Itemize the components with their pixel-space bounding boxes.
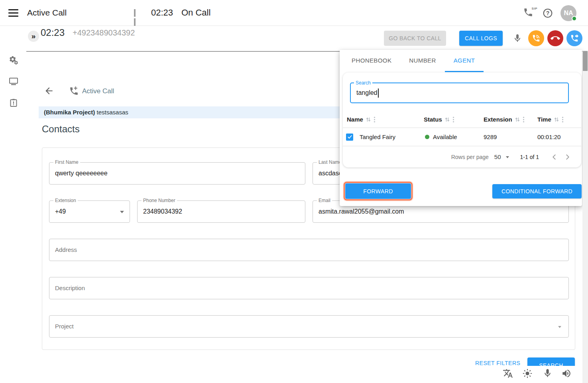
- pagination-range: 1-1 of 1: [520, 154, 539, 160]
- row-checkbox[interactable]: [346, 134, 353, 141]
- call-status-text: On Call: [181, 8, 210, 18]
- project-select[interactable]: [49, 316, 568, 337]
- reset-filters-button[interactable]: RESET FILTERS: [475, 360, 520, 366]
- agent-time-cell: 00:01:20: [537, 128, 560, 146]
- kebab-menu-icon[interactable]: [374, 116, 376, 123]
- expand-call-chip[interactable]: »: [28, 31, 39, 42]
- sort-icon[interactable]: [366, 117, 371, 122]
- settings-gears-icon: [9, 55, 19, 66]
- address-input[interactable]: [49, 239, 568, 261]
- call-timer: 02:23: [151, 8, 173, 18]
- speaker-icon[interactable]: [561, 368, 572, 379]
- kebab-menu-icon[interactable]: [562, 116, 564, 123]
- caller-phone-number: +4923489034392: [73, 28, 135, 37]
- agent-search-field-wrap: Search: [350, 82, 569, 103]
- pause-icon[interactable]: [134, 9, 140, 17]
- agent-table-header: Name Status Extension Time: [343, 114, 581, 128]
- column-header-name[interactable]: Name: [347, 116, 376, 123]
- page-title: Contacts: [42, 124, 80, 135]
- sidebar-item-report[interactable]: [9, 98, 18, 108]
- phone-in-talk-button[interactable]: [528, 30, 544, 46]
- extension-select[interactable]: [49, 201, 130, 222]
- back-button[interactable]: [44, 86, 55, 97]
- status-dot: [425, 135, 429, 139]
- toolbar-call-timer: 02:23: [41, 27, 65, 38]
- phone-number-input[interactable]: [138, 201, 305, 222]
- overlay-tabs: PHONEBOOK NUMBER AGENT: [343, 50, 484, 72]
- vertical-scrollbar[interactable]: [582, 51, 588, 383]
- forward-button[interactable]: FORWARD: [345, 183, 411, 199]
- conditional-forward-button[interactable]: CONDITIONAL FORWARD: [492, 184, 582, 198]
- first-name-label: First Name: [53, 159, 80, 165]
- app-window: Active Call 02:23 On Call SIP ? NA » 02:…: [0, 0, 588, 383]
- agent-name-cell: Tangled Fairy: [360, 128, 395, 146]
- next-page-button[interactable]: [563, 152, 572, 162]
- add-call-icon: [69, 86, 79, 96]
- column-header-extension[interactable]: Extension: [484, 116, 525, 123]
- online-status-dot: [572, 16, 577, 21]
- rows-per-page-caret-icon[interactable]: [506, 156, 509, 158]
- first-name-input[interactable]: [49, 163, 305, 184]
- brightness-icon[interactable]: [522, 368, 533, 379]
- sip-label: SIP: [532, 7, 537, 10]
- column-header-status[interactable]: Status: [424, 116, 454, 123]
- mic-footer-icon[interactable]: [543, 368, 553, 379]
- agent-search-card: Search Name Status Extension: [343, 73, 581, 167]
- row-checkbox-cell: [346, 128, 353, 146]
- sidebar-item-monitor[interactable]: [9, 77, 18, 86]
- project-field-wrap: [49, 315, 569, 338]
- sidebar-item-settings[interactable]: [9, 55, 18, 65]
- tab-number[interactable]: NUMBER: [400, 50, 444, 72]
- phone-number-label: Phone Number: [142, 198, 177, 203]
- description-input[interactable]: [49, 277, 568, 299]
- sort-icon[interactable]: [444, 117, 450, 122]
- extension-label: Extension: [53, 198, 78, 203]
- first-name-field-wrap: First Name: [49, 162, 305, 185]
- page-header-title: Active Call: [27, 8, 67, 18]
- back-arrow-icon: [44, 86, 54, 96]
- tab-phonebook[interactable]: PHONEBOOK: [343, 50, 400, 72]
- sidebar-nav: [0, 26, 26, 383]
- address-field-wrap: [49, 239, 569, 261]
- agent-extension-cell: 9289: [484, 128, 497, 146]
- sort-icon[interactable]: [554, 117, 559, 122]
- project-dropdown-caret-icon[interactable]: [558, 326, 561, 328]
- monitor-icon: [9, 77, 18, 86]
- agent-table-row[interactable]: Tangled Fairy Available 9289 00:01:20: [343, 128, 581, 146]
- chevron-right-icon: [563, 153, 572, 161]
- call-toolbar: » 02:23 +4923489034392 GO BACK TO CALL C…: [0, 26, 588, 51]
- report-icon: [9, 98, 18, 108]
- agent-status-cell: Available: [425, 128, 457, 146]
- breadcrumb: Active Call: [82, 87, 114, 95]
- call-end-button[interactable]: [547, 30, 563, 46]
- kebab-menu-icon[interactable]: [452, 116, 454, 123]
- column-header-time[interactable]: Time: [537, 116, 564, 123]
- agent-search-input[interactable]: [351, 83, 568, 102]
- mic-icon[interactable]: [513, 33, 522, 44]
- agent-search-label: Search: [354, 80, 372, 86]
- extension-dropdown-caret-icon[interactable]: [120, 211, 124, 213]
- banner-project-name: (Bhumika Project): [44, 109, 95, 116]
- translate-icon[interactable]: [503, 368, 513, 379]
- sort-icon[interactable]: [515, 117, 520, 122]
- previous-page-button[interactable]: [549, 152, 559, 162]
- phone-forward-icon: [570, 34, 579, 43]
- check-icon: [347, 134, 352, 139]
- tab-agent[interactable]: AGENT: [445, 50, 484, 72]
- kebab-menu-icon[interactable]: [523, 116, 525, 123]
- phone-in-talk-icon: [532, 34, 541, 43]
- banner-text: testsasasas: [95, 109, 128, 116]
- go-back-to-call-button[interactable]: GO BACK TO CALL: [384, 31, 446, 46]
- top-app-bar: Active Call 02:23 On Call SIP ? NA: [0, 0, 588, 26]
- sip-phone-icon[interactable]: SIP: [523, 7, 537, 19]
- hamburger-menu-icon[interactable]: [8, 9, 18, 17]
- call-logs-button[interactable]: CALL LOGS: [459, 31, 503, 46]
- text-cursor: [378, 88, 379, 98]
- help-icon[interactable]: ?: [543, 8, 553, 18]
- phone-forward-button[interactable]: [566, 30, 582, 46]
- forward-overlay-panel: PHONEBOOK NUMBER AGENT Search Name Statu…: [340, 50, 582, 206]
- chevron-left-icon: [550, 153, 559, 161]
- agent-status-text: Available: [433, 134, 457, 140]
- rows-per-page-select[interactable]: 50: [494, 153, 501, 160]
- scrollbar-thumb[interactable]: [583, 51, 588, 71]
